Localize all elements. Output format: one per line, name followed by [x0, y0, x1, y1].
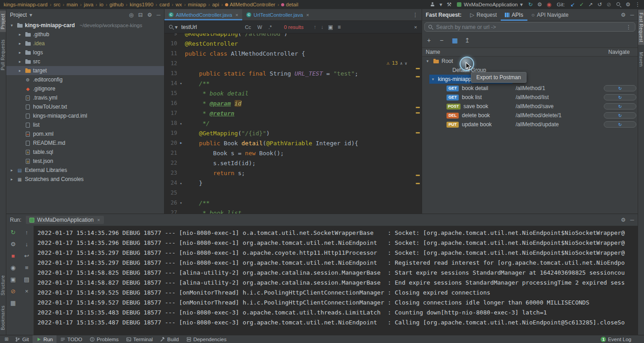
- code-area[interactable]: 9@RequestMapping("/allMethod")10@RestCon…: [165, 33, 422, 214]
- exit-icon[interactable]: ⊘: [11, 288, 16, 294]
- chevron-icon[interactable]: ▾: [9, 23, 14, 28]
- toolwindow-switcher-icon[interactable]: ⊞: [2, 336, 11, 342]
- project-item-idea[interactable]: ▸.idea: [6, 39, 164, 48]
- tabs-menu-icon[interactable]: ⋮: [409, 12, 422, 18]
- settings-icon[interactable]: ⚙: [147, 12, 152, 18]
- fold-icon[interactable]: ▾: [177, 81, 185, 86]
- editor-tab-allmethodcontroller-java[interactable]: CAllMethodController.java×: [165, 9, 242, 20]
- filter-icon[interactable]: ≡: [338, 24, 341, 30]
- chevron-down-icon[interactable]: ▾: [29, 12, 32, 18]
- statusbar-todo[interactable]: TODO: [56, 335, 86, 343]
- api-group-kings-miniapp-card[interactable]: ▾kings-miniapp-card: [422, 75, 638, 84]
- words-toggle[interactable]: W: [256, 24, 263, 30]
- api-search-box[interactable]: ⋮: [424, 22, 635, 32]
- console-line[interactable]: 2022-01-17 15:14:59.525 DEBUG 18577 --- …: [38, 288, 638, 298]
- close-icon[interactable]: ×: [414, 24, 417, 30]
- table-view-icon[interactable]: ▦: [452, 37, 456, 43]
- fold-icon[interactable]: ▴: [177, 181, 185, 185]
- run-tab[interactable]: WxMaDemoApplication ×: [26, 216, 103, 224]
- prev-match-icon[interactable]: ↑: [314, 24, 316, 30]
- chevron-icon[interactable]: ▸: [17, 32, 23, 37]
- toolwindow-button-pull-requests[interactable]: Pull Requests: [0, 37, 6, 73]
- coverage-icon[interactable]: ▣: [10, 276, 16, 282]
- project-item-readme-md[interactable]: README.md: [6, 138, 164, 148]
- navigate-button[interactable]: ↻: [604, 85, 636, 91]
- fold-icon[interactable]: ▴: [177, 121, 185, 125]
- line-number[interactable]: 20: [165, 140, 177, 146]
- statusbar-build[interactable]: Build: [156, 335, 183, 343]
- hide-panel-icon[interactable]: ─: [630, 217, 634, 223]
- toolwindow-button-structure[interactable]: Structure: [0, 272, 6, 298]
- console-output[interactable]: 2022-01-17 15:14:35.296 DEBUG 18577 --- …: [34, 226, 638, 335]
- breadcrumb-item-wx[interactable]: wx: [175, 2, 182, 7]
- dump-threads-icon[interactable]: ◉: [10, 265, 15, 271]
- breadcrumb-item-kings1990[interactable]: kings1990: [130, 2, 153, 7]
- console-line[interactable]: 2022-01-17 15:15:35.487 DEBUG 18577 --- …: [38, 318, 638, 328]
- navigate-button[interactable]: ↻: [604, 94, 636, 100]
- warning-stripe-mark[interactable]: [416, 76, 420, 77]
- breadcrumb-item-detail[interactable]: detail: [281, 2, 298, 7]
- column-name[interactable]: Name: [422, 49, 440, 55]
- line-number[interactable]: 26: [165, 200, 177, 206]
- statusbar-run[interactable]: Run: [33, 335, 56, 343]
- chevron-icon[interactable]: ▸: [9, 177, 14, 181]
- statusbar-dependencies[interactable]: Dependencies: [183, 335, 230, 343]
- project-item-github[interactable]: ▸.github: [6, 30, 164, 39]
- warning-stripe-mark[interactable]: [416, 175, 420, 176]
- project-item-table-sql[interactable]: Stable.sql: [6, 148, 164, 157]
- breadcrumb-item-kings-miniapp-card[interactable]: kings-miniapp-card: [4, 2, 47, 7]
- toolwindow-button-maven[interactable]: Maven: [638, 49, 644, 70]
- console-line[interactable]: 2022-01-17 15:14:59.527 DEBUG 18577 --- …: [38, 298, 638, 308]
- api-marker-icon[interactable]: ▶: [177, 141, 185, 145]
- breadcrumb-item-main[interactable]: main: [66, 2, 78, 7]
- chevron-down-icon[interactable]: ▾: [439, 2, 442, 7]
- prev-warning-icon[interactable]: ∧: [400, 61, 402, 66]
- rerun-icon[interactable]: ↻: [11, 229, 16, 235]
- git-update-icon[interactable]: ↙: [570, 2, 575, 7]
- settings-icon[interactable]: ⚙: [621, 217, 626, 223]
- fold-icon[interactable]: ▾: [177, 201, 185, 205]
- project-item-list[interactable]: list: [6, 120, 164, 129]
- breadcrumb-item-java[interactable]: java: [84, 2, 93, 7]
- git-rollback-icon[interactable]: ↺: [597, 2, 602, 7]
- api-group-default-group[interactable]: Default Group: [422, 66, 638, 75]
- api-row-update-book[interactable]: PUTupdate book/allMethod/update↻: [422, 120, 638, 129]
- project-item-src[interactable]: ▸src: [6, 57, 164, 66]
- project-panel-title[interactable]: Project: [10, 12, 27, 18]
- line-number[interactable]: 18: [165, 120, 177, 126]
- line-number[interactable]: 10: [165, 40, 177, 47]
- search-icon[interactable]: [616, 2, 621, 7]
- console-line[interactable]: 2022-01-17 15:15:35.483 DEBUG 18577 --- …: [38, 308, 638, 318]
- match-case-toggle[interactable]: Cc: [244, 24, 252, 30]
- breadcrumb-item-miniapp[interactable]: miniapp: [188, 2, 206, 7]
- fast-request-tab-apis[interactable]: APIs: [501, 9, 527, 21]
- add-icon[interactable]: +: [427, 37, 431, 43]
- chevron-icon[interactable]: ▾: [425, 59, 430, 63]
- close-icon[interactable]: ×: [306, 12, 309, 18]
- line-number[interactable]: 27: [165, 210, 177, 214]
- project-item-editorconfig[interactable]: ⚙.editorconfig: [6, 75, 164, 84]
- git-shelve-icon[interactable]: ⊘: [606, 2, 611, 7]
- warning-stripe-mark[interactable]: [416, 112, 420, 114]
- find-in-selection-icon[interactable]: ▣: [328, 24, 333, 30]
- next-warning-icon[interactable]: ∨: [405, 61, 407, 66]
- regex-toggle[interactable]: .*: [267, 24, 273, 30]
- run-config-select[interactable]: WxMaDemoApplication ▾: [457, 2, 523, 7]
- toolwindow-button-bookmarks[interactable]: Bookmarks: [0, 303, 6, 333]
- chevron-icon[interactable]: ▾: [430, 77, 436, 81]
- project-item-test-json[interactable]: {}test.json: [6, 157, 164, 166]
- hide-panel-icon[interactable]: ─: [156, 12, 160, 18]
- api-search-input[interactable]: [436, 24, 623, 30]
- project-item-kings-miniapp-card[interactable]: ▾kings-miniapp-card~/develop/workspace-k…: [6, 21, 164, 30]
- navigate-button[interactable]: ↻: [604, 112, 636, 119]
- line-number[interactable]: 22: [165, 160, 177, 166]
- settings-icon[interactable]: ⚙: [621, 12, 626, 18]
- chevron-icon[interactable]: ▸: [17, 50, 23, 55]
- project-item-scratches-and-consoles[interactable]: ▸▦Scratches and Consoles: [6, 175, 164, 184]
- print-icon[interactable]: ▤: [24, 276, 29, 282]
- toolwindow-button-fast-request[interactable]: Fast Request: [638, 10, 644, 45]
- sync-icon[interactable]: ↻: [528, 2, 533, 7]
- console-line[interactable]: 2022-01-17 15:14:35.297 DEBUG 18577 --- …: [38, 258, 638, 268]
- search-history-icon[interactable]: ▾: [175, 24, 178, 30]
- warning-stripe-mark[interactable]: [416, 107, 420, 108]
